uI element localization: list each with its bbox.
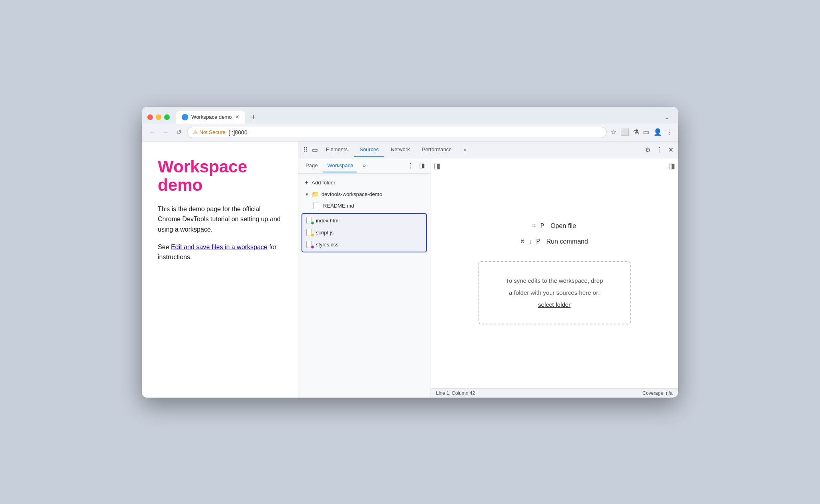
tab-favicon: 🌐 [182,114,188,120]
sub-tab-workspace[interactable]: Workspace [323,159,357,172]
inspect-icon[interactable]: ⠿ [301,144,310,155]
status-coverage: Coverage: n/a [643,390,673,396]
file-styles-css[interactable]: styles.css [302,239,426,251]
traffic-light-green[interactable] [164,114,170,120]
shortcut-run-command: ⌘ ⇧ P Run command [521,238,588,245]
file-name-css: styles.css [316,242,338,248]
folder-name: devtools-workspace-demo [322,191,382,197]
traffic-light-yellow[interactable] [156,114,161,120]
devtools-close-icon[interactable]: ✕ [667,144,675,155]
file-base-readme [314,202,319,209]
sources-toggle-icon[interactable]: ◨ [417,161,427,170]
file-tree-content: + Add folder ▼ 📁 devtools-workspace-demo [298,174,430,398]
sidebar-toggle-icon[interactable]: ▭ [643,128,649,136]
editor-status-bar: Line 1, Column 42 Coverage: n/a [430,388,678,398]
devtools-more-icon[interactable]: ⋮ [655,144,664,155]
traffic-light-red[interactable] [147,114,153,120]
page-title: Workspace demo [158,158,282,194]
new-tab-button[interactable]: + [247,112,259,124]
tab-more[interactable]: » [458,142,472,157]
file-icon-html [306,217,314,225]
browser-window: 🌐 Workspace demo ✕ + ⌄ ← → ↺ ⚠ Not Secur… [142,107,678,398]
extension-icon-2[interactable]: ⚗ [633,128,639,136]
page-see-also: See Edit and save files in a workspace f… [158,242,282,262]
shortcut-open-file: ⌘ P Open file [533,222,576,230]
file-dot-js [311,233,314,237]
tab-title: Workspace demo [191,114,232,120]
warning-icon: ⚠ [193,129,198,135]
highlighted-files-group: index.html script.js [301,213,427,252]
folder-arrow: ▼ [305,192,309,197]
not-secure-text: Not Secure [199,129,225,135]
file-script-js[interactable]: script.js [302,227,426,239]
add-folder-label: Add folder [312,180,335,186]
file-name-js: script.js [316,230,334,236]
file-dot-html [311,221,314,225]
devtools-tab-controls: ⚙ ⋮ ✕ [643,144,675,155]
device-icon[interactable]: ▭ [310,144,320,155]
file-icon-css [306,241,314,249]
file-icon-js [306,229,314,237]
tab-bar: 🌐 Workspace demo ✕ + [176,111,657,124]
shortcut-open-label: Open file [551,222,576,230]
file-icon-readme [314,202,321,210]
extension-icon-1[interactable]: ⬜ [621,128,629,136]
file-name-readme: README.md [323,203,354,209]
sources-body: Page Workspace » ⋮ ◨ [298,158,678,398]
back-button[interactable]: ← [147,127,157,138]
sub-tab-controls: ⋮ ◨ [406,161,427,170]
add-folder-icon: + [305,179,308,186]
traffic-lights [147,114,170,120]
url-text: [::]8000 [229,129,247,136]
drop-zone[interactable]: To sync edits to the workspace, drop a f… [478,261,631,324]
shortcut-run-key: ⌘ ⇧ P [521,238,540,245]
editor-empty: ◨ ◨ ⌘ P Open file ⌘ ⇧ P Run command [430,158,678,388]
devtools-panel: ⠿ ▭ Elements Sources Network Performance… [298,142,678,398]
page-description: This is the demo page for the official C… [158,204,282,235]
nav-icons: ☆ ⬜ ⚗ ▭ 👤 ⋮ [611,128,673,136]
panel-left-toggle[interactable]: ◨ [434,162,440,170]
devtools-tabs: ⠿ ▭ Elements Sources Network Performance… [298,142,678,158]
workspace-link[interactable]: Edit and save files in a workspace [171,244,267,250]
active-tab[interactable]: 🌐 Workspace demo ✕ [176,111,245,124]
drop-zone-line2: a folder with your sources here or: [509,289,600,296]
file-readme[interactable]: README.md [298,200,430,212]
folder-row[interactable]: ▼ 📁 devtools-workspace-demo [298,189,430,200]
address-bar[interactable]: ⚠ Not Secure [::]8000 [187,127,607,138]
nav-bar: ← → ↺ ⚠ Not Secure [::]8000 ☆ ⬜ ⚗ ▭ 👤 ⋮ [142,124,678,142]
page-content: Workspace demo This is the demo page for… [142,142,298,398]
shortcut-open-key: ⌘ P [533,222,544,230]
main-content: Workspace demo This is the demo page for… [142,142,678,398]
add-folder-row[interactable]: + Add folder [298,177,430,189]
status-position: Line 1, Column 42 [436,390,475,396]
file-dot-css [311,245,314,249]
tab-network[interactable]: Network [385,142,416,157]
bookmark-icon[interactable]: ☆ [611,128,617,136]
see-also-prefix: See [158,244,171,250]
not-secure-indicator: ⚠ Not Secure [193,129,225,135]
settings-icon[interactable]: ⚙ [643,144,652,155]
panel-right-toggle[interactable]: ◨ [668,162,675,170]
sub-tab-more[interactable]: » [359,159,370,172]
profile-icon[interactable]: 👤 [653,128,662,136]
file-index-html[interactable]: index.html [302,215,426,227]
sub-tab-page[interactable]: Page [301,159,322,172]
tab-more-button[interactable]: ⌄ [661,112,673,122]
tab-sources[interactable]: Sources [354,142,384,157]
file-name-html: index.html [316,218,340,224]
sources-menu-icon[interactable]: ⋮ [406,161,416,170]
more-menu-icon[interactable]: ⋮ [666,128,673,136]
sources-sub-tabs: Page Workspace » ⋮ ◨ [298,158,430,174]
title-bar: 🌐 Workspace demo ✕ + ⌄ [142,107,678,124]
drop-zone-line1: To sync edits to the workspace, drop [506,277,603,284]
tab-elements[interactable]: Elements [320,142,353,157]
forward-button[interactable]: → [161,127,171,138]
file-tree-panel: Page Workspace » ⋮ ◨ [298,158,430,398]
select-folder-link[interactable]: select folder [538,301,571,308]
tab-close-button[interactable]: ✕ [235,114,239,120]
shortcut-run-label: Run command [547,238,588,245]
editor-area: ◨ ◨ ⌘ P Open file ⌘ ⇧ P Run command [430,158,678,398]
folder-icon: 📁 [312,191,319,198]
reload-button[interactable]: ↺ [175,127,183,138]
tab-performance[interactable]: Performance [416,142,457,157]
